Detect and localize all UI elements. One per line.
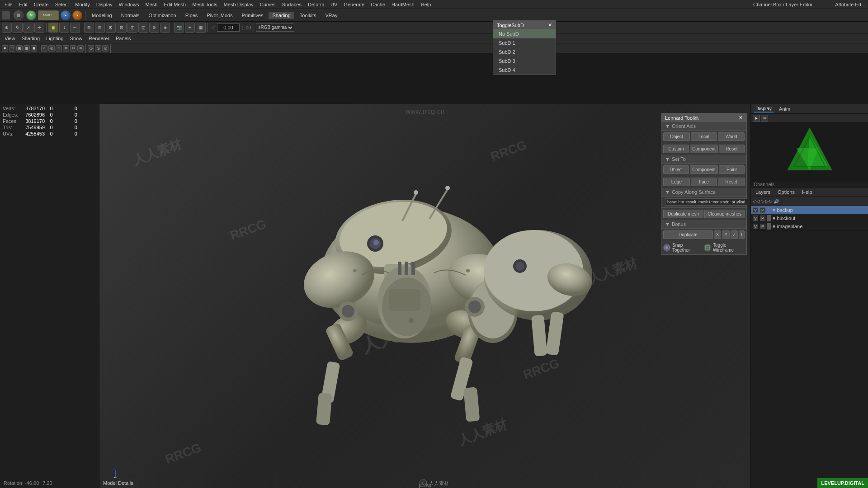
menu-generate[interactable]: Generate — [341, 1, 367, 8]
imageplane-v-checkbox[interactable]: V — [753, 224, 758, 229]
menu-edit[interactable]: Edit — [16, 1, 30, 8]
help-menu-item[interactable]: Help — [799, 189, 815, 195]
tab-shading[interactable]: Shading — [269, 12, 294, 19]
renderer-menu[interactable]: Renderer — [86, 35, 112, 42]
snap-together-label[interactable]: Snap Together — [672, 243, 698, 253]
small-icon-9[interactable]: ⊗ — [63, 45, 69, 52]
orange-btn[interactable]: ● — [72, 10, 82, 20]
set-to-point-btn[interactable]: Point — [719, 165, 745, 174]
menu-uv[interactable]: UV — [328, 1, 340, 8]
subd-3[interactable]: SubD 3 — [493, 56, 556, 66]
small-icon-14[interactable]: ◵ — [102, 45, 108, 52]
imageplane-p-checkbox[interactable]: P — [760, 224, 765, 229]
set-to-component-btn[interactable]: Component — [690, 165, 718, 174]
camera-icon[interactable]: 📷 — [174, 23, 184, 33]
menu-edit-mesh[interactable]: Edit Mesh — [161, 1, 189, 8]
small-icon-6[interactable]: ○ — [41, 45, 47, 52]
small-icon-4[interactable]: ▦ — [24, 45, 30, 52]
anim-tab[interactable]: Anim — [777, 106, 792, 112]
backup-v-checkbox[interactable]: V — [753, 207, 758, 213]
duplicate-mesh-btn[interactable]: Duplicate mesh — [663, 210, 703, 218]
menu-create[interactable]: Create — [31, 1, 52, 8]
soft-select-icon[interactable]: ◈ — [160, 23, 170, 33]
start-time-input[interactable] — [217, 23, 240, 32]
menu-file[interactable]: File — [2, 1, 15, 8]
copy-along-surface-toggle[interactable]: ▼ Copy Along Surface — [661, 188, 746, 197]
orient-component-btn[interactable]: Component — [690, 145, 718, 153]
layer-backup[interactable]: V P ■ backup — [751, 206, 868, 214]
orient-local-btn[interactable]: Local — [691, 132, 717, 141]
layers-menu-item[interactable]: Layers — [753, 189, 773, 195]
small-icon-7[interactable]: ◎ — [48, 45, 55, 52]
menu-deform[interactable]: Deform — [305, 1, 327, 8]
render-button[interactable] — [14, 10, 24, 20]
set-to-toggle[interactable]: ▼ Set To — [661, 155, 746, 164]
small-icon-13[interactable]: ◶ — [95, 45, 101, 52]
blue-render-btn[interactable]: ● — [61, 10, 71, 20]
small-icon-5[interactable]: ◼ — [31, 45, 37, 52]
menu-select[interactable]: Select — [52, 1, 72, 8]
menu-modify[interactable]: Modify — [72, 1, 92, 8]
color-space-select[interactable]: sRGB gamma — [256, 23, 294, 32]
orient-axis-toggle[interactable]: ▼ Orient Axis — [661, 122, 746, 131]
menu-display[interactable]: Display — [94, 1, 115, 8]
menu-windows[interactable]: Windows — [116, 1, 142, 8]
rotate-icon[interactable]: ↻ — [13, 23, 23, 33]
transform-icon[interactable]: ⊕ — [2, 23, 12, 33]
select-icon[interactable]: ▣ — [48, 23, 58, 33]
menu-mesh[interactable]: Mesh — [142, 1, 160, 8]
bonus-y-btn[interactable]: Y — [722, 230, 730, 239]
snap-edge-icon[interactable]: ⊠ — [106, 23, 116, 33]
tab-pipes[interactable]: Pipes — [182, 12, 202, 19]
menu-surfaces[interactable]: Surfaces — [279, 1, 304, 8]
bonus-x-btn[interactable]: X — [714, 230, 722, 239]
snap-grid-icon[interactable]: ⊟ — [95, 23, 105, 33]
layer-blockout[interactable]: V P ■ blockout — [751, 214, 868, 222]
menu-mesh-display[interactable]: Mesh Display — [221, 1, 256, 8]
menu-hardmesh[interactable]: HardMesh — [389, 1, 417, 8]
display-options-icon[interactable]: ▦ — [196, 23, 206, 33]
cb-icon-2[interactable]: ⊕ — [761, 115, 768, 122]
snap-surface-icon[interactable]: ◫ — [127, 23, 137, 33]
copy-along-input[interactable] — [665, 198, 747, 206]
main-viewport[interactable]: www.rrcg.cn 人人素材 RRCG 人人素材 RRCG RRCG 人人素… — [99, 104, 750, 488]
grid-icon[interactable]: ⊞ — [84, 23, 94, 33]
view-menu[interactable]: View — [2, 35, 18, 42]
audio-icon-2[interactable]: ▷ — [761, 199, 764, 204]
paint-icon[interactable]: ✏ — [70, 23, 80, 33]
snap-point-icon[interactable]: ⊡ — [117, 23, 127, 33]
tab-vray[interactable]: VRay — [321, 12, 341, 19]
subd-4[interactable]: SubD 4 — [493, 66, 556, 75]
bonus-i-btn[interactable]: I — [739, 230, 745, 239]
options-menu-item[interactable]: Options — [775, 189, 797, 195]
show-menu[interactable]: Show — [67, 35, 85, 42]
menu-cache[interactable]: Cache — [368, 1, 388, 8]
orient-world-btn[interactable]: World — [718, 132, 745, 141]
menu-help[interactable]: Help — [418, 1, 434, 8]
set-to-face-btn[interactable]: Face — [691, 178, 717, 186]
bonus-toggle[interactable]: ▼ Bonus — [661, 220, 746, 229]
small-icon-11[interactable]: ⊕ — [77, 45, 84, 52]
layer-imageplane[interactable]: V P ■ imageplane — [751, 222, 868, 230]
small-icon-10[interactable]: ⊖ — [70, 45, 76, 52]
move-icon[interactable]: ✛ — [34, 23, 44, 33]
tab-pivot-mods[interactable]: Pivot_Mods — [203, 12, 236, 19]
set-to-object-btn[interactable]: Object — [663, 165, 689, 174]
display-tab[interactable]: Display — [754, 105, 774, 113]
audio-icon-1[interactable]: ◁◁ — [753, 199, 760, 204]
audio-icon-4[interactable]: 🔊 — [774, 199, 779, 204]
lennard-close-icon[interactable]: ✕ — [739, 115, 743, 121]
magnet-icon[interactable]: ⊛ — [149, 23, 159, 33]
snap-view-icon[interactable]: ◱ — [138, 23, 148, 33]
blockout-v-checkbox[interactable]: V — [753, 216, 758, 221]
toggle-wireframe-label[interactable]: Toggle Wireframe — [713, 243, 745, 253]
backup-p-checkbox[interactable]: P — [760, 207, 765, 213]
audio-icon-3[interactable]: ▷▷ — [765, 199, 773, 204]
panels-menu[interactable]: Panels — [113, 35, 134, 42]
bonus-z-btn[interactable]: Z — [731, 230, 738, 239]
small-icon-8[interactable]: ⊕ — [56, 45, 62, 52]
tab-normals[interactable]: Normals — [118, 12, 143, 19]
toggle-subd-close[interactable]: ✕ — [548, 22, 552, 28]
menu-curves[interactable]: Curves — [257, 1, 278, 8]
tab-optimization[interactable]: Optimization — [145, 12, 180, 19]
